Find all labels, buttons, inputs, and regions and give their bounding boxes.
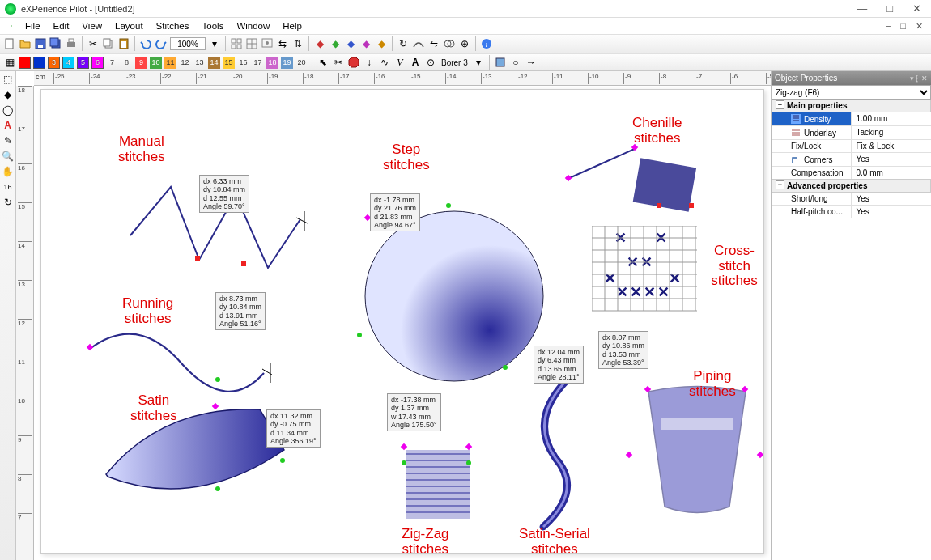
ruler-size-icon[interactable]: 16 [2, 180, 15, 193]
grid1-icon[interactable] [230, 37, 243, 50]
outline-icon[interactable]: ○ [509, 56, 522, 69]
colorslot-10[interactable]: 10 [150, 57, 162, 69]
colorslot-18[interactable]: 18 [266, 57, 278, 69]
chevron-down-icon[interactable]: ▾ [208, 37, 221, 50]
colorslot-11[interactable]: 11 [164, 57, 176, 69]
app-menu-icon[interactable] [5, 19, 18, 32]
mdi-min[interactable]: − [882, 21, 894, 32]
colorslot-19[interactable]: 19 [281, 57, 293, 69]
prop-corners[interactable]: Corners Yes [772, 153, 931, 167]
colorslot-7[interactable]: 7 [106, 57, 118, 69]
section-main[interactable]: Main properties [772, 100, 931, 112]
hspacing-icon[interactable]: ⇆ [276, 37, 289, 50]
fill-icon[interactable] [494, 56, 507, 69]
anchor[interactable] [689, 203, 694, 208]
select-tool-icon[interactable]: ⬚ [2, 73, 15, 86]
prop-underlay[interactable]: Underlay Tacking [772, 126, 931, 140]
menu-edit[interactable]: Edit [48, 19, 75, 32]
anchor[interactable] [466, 460, 471, 465]
open-icon[interactable] [19, 37, 32, 50]
target-icon[interactable]: ⊕ [458, 37, 471, 50]
colorslot-12[interactable]: 12 [179, 57, 191, 69]
redo-icon[interactable] [155, 37, 168, 50]
undo-icon[interactable] [139, 37, 152, 50]
anchor4-icon[interactable]: ◆ [359, 37, 372, 50]
overlap-icon[interactable] [443, 37, 456, 50]
save-all-icon[interactable] [49, 37, 62, 50]
info-icon[interactable]: i [480, 37, 493, 50]
prop-density[interactable]: Density 1.00 mm [772, 112, 931, 126]
pivot-icon[interactable]: ↻ [397, 37, 410, 50]
print-icon[interactable] [65, 37, 78, 50]
anchor[interactable] [503, 365, 508, 370]
menu-window[interactable]: Window [231, 19, 275, 32]
minimize-button[interactable]: — [852, 2, 872, 15]
node-tool-icon[interactable]: ◆ [2, 88, 15, 101]
object-type-select[interactable]: Zig-zag (F6) [772, 85, 931, 100]
close-button[interactable]: ✕ [908, 2, 926, 15]
cursor-icon[interactable]: ⬉ [317, 56, 329, 69]
prop-shortlong[interactable]: Short/long Yes [772, 193, 931, 206]
anchor[interactable] [446, 203, 451, 208]
anchor[interactable] [626, 452, 632, 458]
section-advanced[interactable]: Advanced properties [772, 179, 931, 193]
mdi-close[interactable]: ✕ [912, 21, 926, 32]
anchor[interactable] [657, 203, 661, 208]
shape-piping[interactable] [632, 385, 762, 515]
right-icon[interactable]: → [525, 56, 538, 69]
anchor3-icon[interactable]: ◆ [344, 37, 357, 50]
chevron-down-icon[interactable]: ▾ [472, 56, 485, 69]
menu-view[interactable]: View [76, 19, 108, 32]
paste-icon[interactable] [117, 37, 130, 50]
anchor1-icon[interactable]: ◆ [313, 37, 326, 50]
hand-tool-icon[interactable]: ✋ [2, 165, 15, 178]
anchor[interactable] [402, 460, 406, 465]
anchor[interactable] [280, 458, 285, 463]
text-tool-a-icon[interactable]: A [409, 56, 422, 69]
navigator-icon[interactable] [261, 37, 274, 50]
shape-chenille[interactable] [559, 138, 713, 227]
lasso-tool-icon[interactable]: ◯ [2, 104, 15, 117]
grid2-icon[interactable] [245, 37, 258, 50]
prop-compensation[interactable]: Compensation 0.0 mm [772, 167, 931, 180]
new-icon[interactable] [3, 37, 16, 50]
shape-running[interactable] [86, 325, 272, 401]
anchor[interactable] [241, 261, 246, 266]
color-1[interactable] [19, 57, 31, 69]
menu-file[interactable]: File [19, 19, 46, 32]
colorslot-8[interactable]: 8 [121, 57, 133, 69]
borer-icon[interactable]: ⊙ [424, 56, 437, 69]
shape-satin-serial[interactable] [511, 369, 608, 531]
anchor[interactable] [215, 377, 220, 382]
color-3[interactable]: 3 [48, 57, 60, 69]
curve-tool-icon[interactable]: ∿ [378, 56, 391, 69]
needle-down-icon[interactable]: ↓ [363, 56, 376, 69]
shape-zigzag[interactable] [389, 422, 487, 527]
mdi-max[interactable]: □ [897, 21, 909, 32]
edit-shape-icon[interactable]: ✎ [2, 134, 15, 147]
colorslot-14[interactable]: 14 [208, 57, 220, 69]
shape-cross-stitch[interactable]: ✕✕ ✕✕ ✕✕ ✕✕✕✕ [592, 226, 697, 315]
curve-icon[interactable] [412, 37, 425, 50]
colorslot-13[interactable]: 13 [193, 57, 206, 69]
save-icon[interactable] [34, 37, 47, 50]
zoom-tool-icon[interactable]: 🔍 [2, 150, 15, 163]
color-6[interactable]: 6 [91, 57, 104, 69]
menu-stitches[interactable]: Stitches [151, 19, 195, 32]
color-2[interactable] [33, 57, 45, 69]
palette-icon[interactable]: ▦ [3, 56, 16, 69]
flip-icon[interactable]: ⇋ [427, 37, 440, 50]
copy-icon[interactable] [102, 37, 115, 50]
maximize-button[interactable]: □ [882, 2, 898, 15]
edit-letter-icon[interactable]: A [2, 119, 15, 132]
design-page[interactable]: Manualstitches dx 6.33 mmdy 10.84 mmd 12… [40, 89, 764, 554]
prop-halfpitch[interactable]: Half-pitch co... Yes [772, 206, 931, 218]
anchor2-icon[interactable]: ◆ [329, 37, 342, 50]
anchor[interactable] [215, 486, 220, 491]
colorslot-17[interactable]: 17 [252, 57, 264, 69]
menu-layout[interactable]: Layout [109, 19, 149, 32]
menu-help[interactable]: Help [277, 19, 308, 32]
menu-tools[interactable]: Tools [197, 19, 230, 32]
zoom-input[interactable] [170, 37, 206, 50]
anchor[interactable] [195, 256, 200, 261]
